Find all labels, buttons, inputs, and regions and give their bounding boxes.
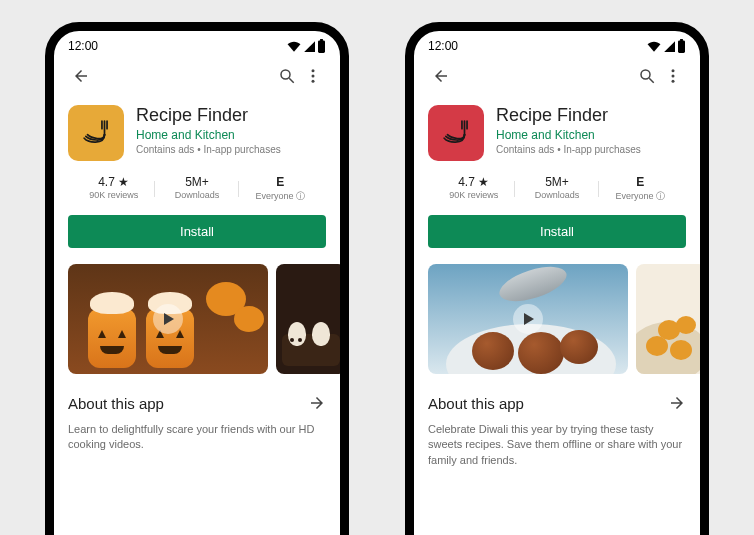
app-header: Recipe Finder Home and Kitchen Contains …: [414, 97, 700, 175]
video-thumbnail[interactable]: [68, 264, 268, 374]
about-body: Learn to delightfully scare your friends…: [54, 416, 340, 453]
back-button[interactable]: [68, 63, 94, 93]
search-icon: [278, 67, 296, 85]
monetization-meta: Contains ads • In-app purchases: [136, 144, 281, 155]
fork-noodle-icon: [79, 116, 113, 150]
svg-point-14: [672, 69, 675, 72]
stats-row: 4.7 ★ 90K reviews 5M+ Downloads E Everyo…: [54, 175, 340, 215]
svg-point-5: [312, 75, 315, 78]
more-vert-icon: [304, 67, 322, 85]
about-header[interactable]: About this app: [414, 390, 700, 416]
battery-icon: [317, 39, 326, 53]
app-title: Recipe Finder: [136, 105, 281, 126]
status-icons: [647, 39, 686, 53]
video-thumbnail[interactable]: [428, 264, 628, 374]
app-bar: [54, 55, 340, 97]
wifi-icon: [647, 40, 661, 52]
svg-line-3: [289, 78, 294, 83]
app-bar: [414, 55, 700, 97]
status-icons: [287, 39, 326, 53]
stat-downloads: 5M+ Downloads: [515, 175, 598, 203]
svg-point-12: [641, 70, 650, 79]
developer-link[interactable]: Home and Kitchen: [496, 128, 641, 142]
about-body: Celebrate Diwali this year by trying the…: [414, 416, 700, 468]
overflow-button[interactable]: [660, 63, 686, 93]
svg-point-16: [672, 80, 675, 83]
svg-line-13: [649, 78, 654, 83]
more-vert-icon: [664, 67, 682, 85]
screenshot-carousel[interactable]: [414, 248, 700, 390]
app-icon: [68, 105, 124, 161]
overflow-button[interactable]: [300, 63, 326, 93]
status-bar: 12:00: [54, 31, 340, 55]
app-icon: [428, 105, 484, 161]
status-time: 12:00: [428, 39, 458, 53]
svg-rect-11: [680, 39, 683, 41]
svg-rect-1: [320, 39, 323, 41]
screenshot-2[interactable]: [276, 264, 340, 374]
phone-left: 12:00 Recipe Finder: [45, 22, 349, 535]
status-bar: 12:00: [414, 31, 700, 55]
search-button[interactable]: [634, 63, 660, 93]
about-header[interactable]: About this app: [54, 390, 340, 416]
back-button[interactable]: [428, 63, 454, 93]
phone-right: 12:00 Recipe Finder: [405, 22, 709, 535]
stat-rating[interactable]: 4.7 ★ 90K reviews: [72, 175, 155, 203]
stat-age-rating[interactable]: E Everyone ⓘ: [599, 175, 682, 203]
arrow-right-icon: [668, 394, 686, 412]
stat-rating[interactable]: 4.7 ★ 90K reviews: [432, 175, 515, 203]
svg-rect-0: [318, 40, 325, 53]
screenshot-2[interactable]: [636, 264, 700, 374]
svg-point-4: [312, 69, 315, 72]
stat-age-rating[interactable]: E Everyone ⓘ: [239, 175, 322, 203]
signal-icon: [663, 40, 675, 52]
svg-point-6: [312, 80, 315, 83]
developer-link[interactable]: Home and Kitchen: [136, 128, 281, 142]
screenshot-carousel[interactable]: [54, 248, 340, 390]
about-title: About this app: [428, 395, 524, 412]
search-button[interactable]: [274, 63, 300, 93]
app-header: Recipe Finder Home and Kitchen Contains …: [54, 97, 340, 175]
svg-point-15: [672, 75, 675, 78]
monetization-meta: Contains ads • In-app purchases: [496, 144, 641, 155]
svg-rect-10: [678, 40, 685, 53]
wifi-icon: [287, 40, 301, 52]
play-icon: [513, 304, 543, 334]
stat-downloads: 5M+ Downloads: [155, 175, 238, 203]
about-title: About this app: [68, 395, 164, 412]
svg-point-2: [281, 70, 290, 79]
back-arrow-icon: [72, 67, 90, 85]
play-icon: [153, 304, 183, 334]
status-time: 12:00: [68, 39, 98, 53]
battery-icon: [677, 39, 686, 53]
search-icon: [638, 67, 656, 85]
arrow-right-icon: [308, 394, 326, 412]
back-arrow-icon: [432, 67, 450, 85]
signal-icon: [303, 40, 315, 52]
stats-row: 4.7 ★ 90K reviews 5M+ Downloads E Everyo…: [414, 175, 700, 215]
fork-noodle-icon: [439, 116, 473, 150]
install-button[interactable]: Install: [68, 215, 326, 248]
install-button[interactable]: Install: [428, 215, 686, 248]
app-title: Recipe Finder: [496, 105, 641, 126]
